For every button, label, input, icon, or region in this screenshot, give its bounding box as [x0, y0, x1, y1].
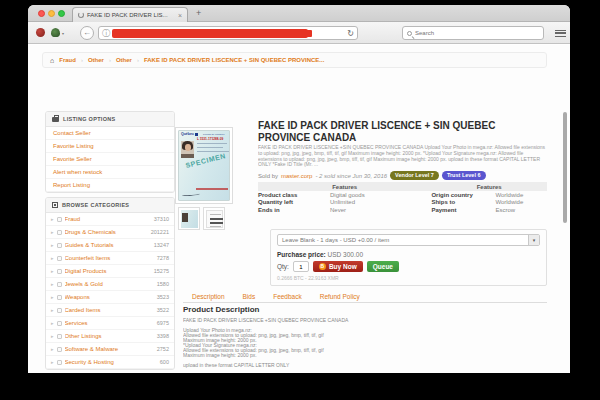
site-info-icon[interactable]: ⓘ [102, 29, 110, 38]
listing-tab[interactable]: Bids [234, 290, 265, 303]
listing-tab[interactable]: Refund Policy [311, 290, 369, 303]
category-link[interactable]: Jewels & Gold [65, 281, 154, 287]
category-link[interactable]: Other Listings [65, 333, 154, 339]
category-link[interactable]: Digital Products [65, 268, 151, 274]
category-link[interactable]: Software & Malware [65, 346, 154, 352]
reload-icon[interactable]: ↻ [347, 29, 354, 38]
category-row[interactable]: ▸ Weapons 3523 [46, 291, 174, 304]
product-image[interactable]: Québec Permis de conduire L 1531-171288-… [175, 127, 233, 204]
category-checkbox[interactable] [57, 347, 62, 352]
category-row[interactable]: ▸ Drugs & Chemicals 201221 [46, 226, 174, 239]
category-count: 201221 [151, 229, 169, 235]
license-number-text: L 1531-171288-09 [197, 137, 223, 141]
browser-search-input[interactable] [415, 30, 539, 36]
breadcrumb-item[interactable]: Fraud [59, 57, 76, 63]
vendor-link[interactable]: master.corp [281, 173, 312, 179]
caret-right-icon[interactable]: ▸ [51, 346, 54, 352]
qty-input[interactable] [293, 261, 309, 272]
back-button[interactable]: ← [80, 26, 94, 40]
feature-value: Worldwide [495, 199, 523, 205]
buy-now-button[interactable]: B Buy Now [313, 261, 363, 272]
category-row[interactable]: ▸ Security & Hosting 600 [46, 356, 174, 369]
listing-tab[interactable]: Feedback [264, 290, 311, 303]
feature-label: Product class [258, 192, 330, 198]
menu-icon[interactable] [555, 30, 566, 37]
home-icon[interactable]: ⌂ [50, 57, 54, 64]
caret-right-icon[interactable]: ▸ [51, 281, 54, 287]
listing-option-link[interactable]: Alert when restock [46, 166, 174, 179]
category-row[interactable]: ▸ Counterfeit Items 7278 [46, 252, 174, 265]
listing-tab[interactable]: Description [183, 290, 234, 303]
caret-right-icon[interactable]: ▸ [51, 229, 54, 235]
category-row[interactable]: ▸ Fraud 37310 [46, 213, 174, 226]
thumbnail-front[interactable] [178, 207, 200, 230]
category-row[interactable]: ▸ Digital Products 15275 [46, 265, 174, 278]
breadcrumb-item[interactable]: FAKE ID PACK DRIVER LISCENCE + SIN QUEBE… [144, 57, 324, 63]
breadcrumb-item[interactable]: Other [88, 57, 104, 63]
category-link[interactable]: Weapons [65, 294, 154, 300]
noscript-icon[interactable] [36, 28, 45, 37]
category-row[interactable]: ▸ Software & Malware 2752 [46, 343, 174, 356]
url-redaction-scribble [112, 29, 308, 38]
thumbnail-back[interactable] [203, 207, 225, 230]
category-link[interactable]: Security & Hosting [65, 359, 157, 365]
listing-option-link[interactable]: Favorite Seller [46, 153, 174, 166]
breadcrumb-item[interactable]: Other [116, 57, 132, 63]
queue-button[interactable]: Queue [367, 261, 399, 272]
caret-right-icon[interactable]: ▸ [51, 294, 54, 300]
category-checkbox[interactable] [57, 360, 62, 365]
select-arrow-icon[interactable]: ▾ [528, 235, 539, 245]
new-tab-button[interactable]: + [196, 8, 201, 18]
category-checkbox[interactable] [57, 308, 62, 313]
listing-option-link[interactable]: Favorite Listing [46, 140, 174, 153]
category-row[interactable]: ▸ Services 6975 [46, 317, 174, 330]
tor-onion-icon[interactable] [51, 28, 60, 37]
caret-right-icon[interactable]: ▸ [51, 333, 54, 339]
purchase-panel: Leave Blank - 1 days - USD +0.00 / item … [270, 229, 547, 286]
minimize-window-button[interactable] [48, 10, 55, 17]
category-link[interactable]: Counterfeit Items [65, 255, 154, 261]
category-checkbox[interactable] [57, 230, 62, 235]
category-link[interactable]: Fraud [65, 216, 151, 222]
tab-title: FAKE ID PACK DRIVER LIS... [87, 12, 175, 18]
url-bar[interactable]: ⓘ ↻ [98, 26, 358, 40]
listing-option-link[interactable]: Contact Seller [46, 127, 174, 140]
caret-right-icon[interactable]: ▸ [51, 307, 54, 313]
caret-right-icon[interactable]: ▸ [51, 216, 54, 222]
tab-close-icon[interactable]: × [178, 12, 182, 19]
category-link[interactable]: Carded Items [65, 307, 154, 313]
category-checkbox[interactable] [57, 256, 62, 261]
category-link[interactable]: Drugs & Chemicals [65, 229, 148, 235]
caret-right-icon[interactable]: ▸ [51, 320, 54, 326]
caret-right-icon[interactable]: ▸ [51, 268, 54, 274]
category-checkbox[interactable] [57, 269, 62, 274]
category-checkbox[interactable] [57, 295, 62, 300]
category-checkbox[interactable] [57, 282, 62, 287]
category-checkbox[interactable] [57, 321, 62, 326]
browse-categories-panel: BROWSE CATEGORIES ▸ Fraud 37310 ▸ [45, 197, 175, 370]
category-checkbox[interactable] [57, 243, 62, 248]
caret-right-icon[interactable]: ▸ [51, 359, 54, 365]
category-count: 1580 [157, 281, 169, 287]
zoom-window-button[interactable] [58, 10, 65, 17]
onion-caret-icon[interactable]: ▾ [62, 31, 64, 36]
browser-tab[interactable]: FAKE ID PACK DRIVER LIS... × [72, 7, 188, 22]
category-row[interactable]: ▸ Other Listings 3398 [46, 330, 174, 343]
caret-right-icon[interactable]: ▸ [51, 242, 54, 248]
category-row[interactable]: ▸ Jewels & Gold 1580 [46, 278, 174, 291]
screenshot-stage: FAKE ID PACK DRIVER LIS... × + ▾ ← ⓘ ↻ [0, 0, 600, 400]
browser-search-box[interactable] [402, 26, 544, 40]
listing-option-link[interactable]: Report Listing [46, 179, 174, 192]
caret-right-icon[interactable]: ▸ [51, 255, 54, 261]
category-checkbox[interactable] [57, 217, 62, 222]
shipping-option-select[interactable]: Leave Blank - 1 days - USD +0.00 / item … [277, 234, 540, 246]
category-row[interactable]: ▸ Carded Items 3522 [46, 304, 174, 317]
category-link[interactable]: Guides & Tutorials [65, 242, 151, 248]
category-row[interactable]: ▸ Guides & Tutorials 13247 [46, 239, 174, 252]
close-window-button[interactable] [38, 10, 45, 17]
feature-value: Worldwide [495, 192, 523, 198]
category-checkbox[interactable] [57, 334, 62, 339]
scrollbar-thumb[interactable] [563, 112, 567, 223]
purchase-price-value: USD 300.00 [328, 251, 363, 258]
category-link[interactable]: Services [65, 320, 154, 326]
